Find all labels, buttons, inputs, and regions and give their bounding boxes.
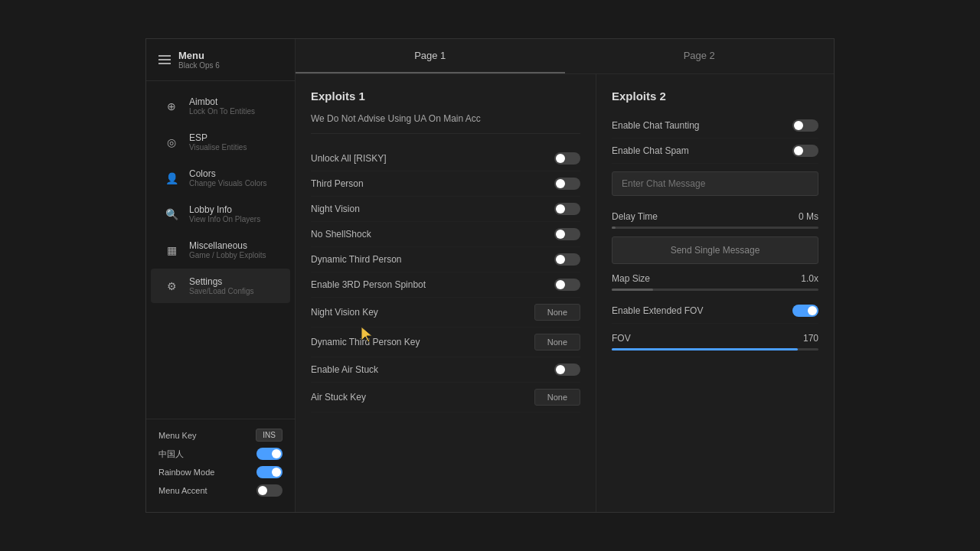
- dynamic-key-btn[interactable]: None: [534, 334, 580, 350]
- aimbot-label: Aimbot: [189, 96, 255, 107]
- sidebar-nav: ⊕ Aimbot Lock On To Entities ◎ ESP Visua…: [146, 81, 295, 419]
- sidebar-item-lobby-info[interactable]: 🔍 Lobby Info View Info On Players: [151, 197, 290, 231]
- night-vision-toggle[interactable]: [554, 203, 580, 215]
- accent-label: Menu Accent: [158, 486, 207, 495]
- setting-chat-taunting: Enable Chat Taunting: [612, 113, 818, 139]
- colors-label: Colors: [189, 168, 267, 179]
- settings-label: Settings: [189, 276, 254, 287]
- map-size-row: Map Size 1.0x: [612, 273, 818, 284]
- menu-key-label: Menu Key: [158, 431, 197, 440]
- misc-icon: ▦: [163, 242, 180, 259]
- setting-dynamic-third: Dynamic Third Person: [311, 247, 580, 272]
- setting-chat-spam: Enable Chat Spam: [612, 139, 818, 164]
- delay-label: Delay Time: [612, 211, 658, 222]
- air-stuck-key-btn[interactable]: None: [534, 389, 580, 406]
- sidebar-item-esp[interactable]: ◎ ESP Visualise Entities: [151, 125, 290, 159]
- esp-label: ESP: [189, 132, 247, 143]
- dynamic-third-label: Dynamic Third Person: [311, 254, 402, 265]
- ext-fov-toggle[interactable]: [792, 305, 818, 317]
- main-body: Exploits 1 We Do Not Advise Using UA On …: [296, 74, 834, 512]
- colors-icon: 👤: [163, 170, 180, 187]
- tab-bar: Page 1 Page 2: [296, 39, 834, 74]
- settings-icon: ⚙: [163, 278, 180, 295]
- setting-third-person: Third Person: [311, 171, 580, 197]
- sidebar-header: Menu Black Ops 6: [146, 39, 295, 81]
- setting-unlock-all: Unlock All [RISKY]: [311, 146, 580, 171]
- lobbyinfo-label: Lobby Info: [189, 204, 260, 215]
- ext-fov-label: Enable Extended FOV: [612, 305, 703, 316]
- app-subtitle: Black Ops 6: [178, 61, 220, 70]
- chat-taunting-toggle[interactable]: [792, 119, 818, 132]
- esp-desc: Visualise Entities: [189, 143, 247, 152]
- chat-spam-toggle[interactable]: [792, 145, 818, 157]
- chat-taunting-label: Enable Chat Taunting: [612, 120, 700, 131]
- air-stuck-key-label: Air Stuck Key: [311, 392, 366, 403]
- night-vision-key-btn[interactable]: None: [534, 304, 580, 321]
- air-stuck-label: Enable Air Stuck: [311, 364, 378, 375]
- lobbyinfo-desc: View Info On Players: [189, 215, 260, 223]
- fov-slider[interactable]: [612, 348, 818, 350]
- third-person-label: Third Person: [311, 178, 364, 189]
- spinbot-toggle[interactable]: [554, 279, 580, 291]
- night-vision-label: Night Vision: [311, 204, 360, 214]
- rainbow-toggle[interactable]: [256, 466, 283, 478]
- dynamic-third-toggle[interactable]: [554, 253, 580, 266]
- unlock-all-toggle[interactable]: [554, 152, 580, 165]
- setting-air-stuck: Enable Air Stuck: [311, 357, 580, 383]
- dynamic-key-label: Dynamic Third Person Key: [311, 337, 420, 347]
- esp-icon: ◎: [163, 134, 180, 151]
- sidebar-footer: Menu Key INS 中国人 Rainbow Mode Menu Accen…: [146, 419, 295, 512]
- air-stuck-toggle[interactable]: [554, 364, 580, 376]
- chat-spam-label: Enable Chat Spam: [612, 145, 689, 156]
- sidebar-item-settings[interactable]: ⚙ Settings Save/Load Configs: [151, 269, 290, 303]
- misc-label: Miscellaneous: [189, 240, 266, 251]
- fov-value: 170: [803, 333, 818, 344]
- misc-desc: Game / Lobby Exploits: [189, 251, 266, 259]
- chat-message-input[interactable]: [612, 171, 818, 196]
- exploits1-title: Exploits 1: [311, 90, 580, 103]
- sidebar: Menu Black Ops 6 ⊕ Aimbot Lock On To Ent…: [146, 39, 296, 512]
- setting-spinbot: Enable 3RD Person Spinbot: [311, 272, 580, 298]
- no-shellshock-label: No ShellShock: [311, 229, 371, 240]
- setting-night-vision: Night Vision: [311, 197, 580, 222]
- tab-page2[interactable]: Page 2: [565, 39, 835, 73]
- tab-page1[interactable]: Page 1: [296, 39, 565, 73]
- aimbot-desc: Lock On To Entities: [189, 107, 255, 116]
- setting-ext-fov: Enable Extended FOV: [612, 298, 818, 324]
- delay-row: Delay Time 0 Ms: [612, 211, 818, 222]
- chinese-label: 中国人: [158, 448, 184, 460]
- menu-key-badge[interactable]: INS: [256, 429, 283, 442]
- sidebar-item-colors[interactable]: 👤 Colors Change Visuals Colors: [151, 161, 290, 195]
- settings-desc: Save/Load Configs: [189, 287, 254, 295]
- map-size-label: Map Size: [612, 273, 650, 284]
- sidebar-item-miscellaneous[interactable]: ▦ Miscellaneous Game / Lobby Exploits: [151, 233, 290, 267]
- delay-slider[interactable]: [612, 227, 818, 229]
- night-vision-key-label: Night Vision Key: [311, 307, 378, 318]
- aimbot-icon: ⊕: [163, 98, 180, 115]
- rainbow-label: Rainbow Mode: [158, 468, 214, 477]
- panel-exploits2: Exploits 2 Enable Chat Taunting Enable C…: [596, 74, 834, 512]
- colors-desc: Change Visuals Colors: [189, 179, 267, 187]
- exploits1-warning: We Do Not Advise Using UA On Main Acc: [311, 113, 580, 134]
- delay-value: 0 Ms: [799, 211, 818, 222]
- sidebar-item-aimbot[interactable]: ⊕ Aimbot Lock On To Entities: [151, 89, 290, 123]
- no-shellshock-toggle[interactable]: [554, 228, 580, 240]
- map-size-slider[interactable]: [612, 289, 818, 291]
- setting-air-stuck-key: Air Stuck Key None: [311, 383, 580, 412]
- lobbyinfo-icon: 🔍: [163, 206, 180, 223]
- third-person-toggle[interactable]: [554, 178, 580, 190]
- accent-toggle[interactable]: [256, 484, 283, 497]
- exploits2-title: Exploits 2: [612, 90, 818, 103]
- spinbot-label: Enable 3RD Person Spinbot: [311, 279, 426, 290]
- main-content: Page 1 Page 2 Exploits 1 We Do Not Advis…: [296, 39, 834, 512]
- chinese-toggle[interactable]: [256, 448, 283, 460]
- hamburger-icon[interactable]: [158, 55, 171, 64]
- fov-row: FOV 170: [612, 333, 818, 344]
- fov-label: FOV: [612, 333, 631, 344]
- send-message-button[interactable]: Send Single Message: [612, 236, 818, 264]
- setting-night-vision-key: Night Vision Key None: [311, 298, 580, 328]
- setting-no-shellshock: No ShellShock: [311, 222, 580, 247]
- app-title: Menu: [178, 50, 220, 61]
- unlock-all-label: Unlock All [RISKY]: [311, 153, 387, 164]
- setting-dynamic-key: Dynamic Third Person Key None: [311, 328, 580, 357]
